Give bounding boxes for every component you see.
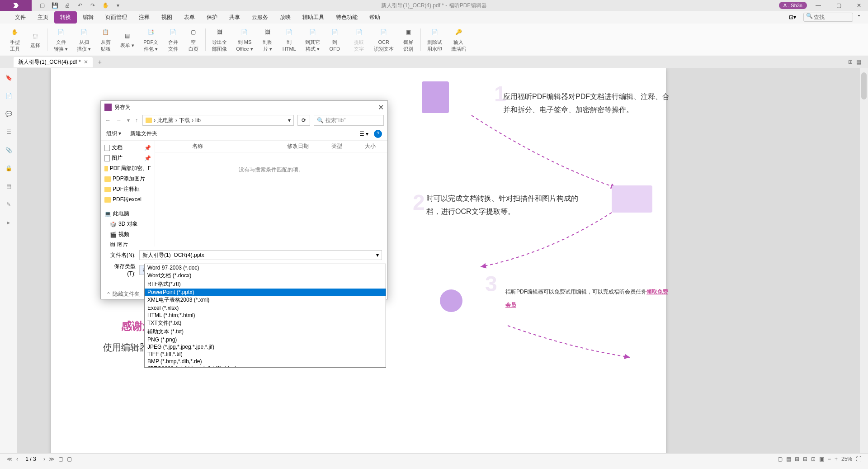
filename-input[interactable]: 新人引导(1)_OCR(4).pptx ▾	[139, 250, 382, 260]
filetype-option[interactable]: TIFF (*.tiff,*.tif)	[145, 351, 386, 358]
tree-item[interactable]: 🎬视频	[103, 229, 153, 240]
tree-item[interactable]: 图片📌	[103, 153, 153, 163]
signatures-icon[interactable]: ✎	[4, 200, 13, 209]
view-mode-6-icon[interactable]: ▣	[819, 456, 824, 462]
ribbon-select[interactable]: ⬚选择	[25, 28, 45, 50]
menu-page[interactable]: 页面管理	[99, 11, 133, 24]
tree-item[interactable]: 文档📌	[103, 142, 153, 153]
page-nav2-icon[interactable]: ▢	[67, 456, 72, 462]
view-mode-1-icon[interactable]: ▢	[778, 456, 783, 462]
user-badge[interactable]: A - Sh3n	[779, 2, 807, 9]
menu-convert[interactable]: 转换	[54, 11, 77, 24]
menu-features[interactable]: 特色功能	[330, 11, 363, 24]
save-icon[interactable]: 💾	[51, 2, 58, 9]
ribbon-form[interactable]: ▤表单 ▾	[116, 28, 139, 50]
tree-item[interactable]: PDF注释框	[103, 184, 153, 194]
redo-icon[interactable]: ↷	[89, 2, 96, 9]
layers-icon[interactable]: ☰	[4, 128, 13, 137]
ribbon-export-images[interactable]: 🖼导出全 部图像	[208, 25, 231, 54]
view-mode-icon[interactable]: ⊞	[848, 59, 853, 65]
fullscreen-icon[interactable]: ⛶	[856, 456, 861, 462]
ribbon-file-convert[interactable]: 📄文件 转换 ▾	[49, 25, 72, 54]
menu-share[interactable]: 共享	[223, 11, 246, 24]
document-tab[interactable]: 新人引导(1)_OCR(4).pdf * ✕	[14, 57, 93, 67]
ribbon-to-html[interactable]: 📄到 HTML	[278, 25, 301, 54]
ribbon-portfolio[interactable]: 📑PDF文 件包 ▾	[139, 25, 163, 54]
print-icon[interactable]: 🖨	[64, 2, 71, 9]
view-mode2-icon[interactable]: ▤	[856, 59, 861, 65]
zoom-out-icon[interactable]: −	[828, 456, 831, 462]
filetype-option-selected[interactable]: PowerPoint (*.pptx)	[145, 289, 386, 296]
page-number-input[interactable]	[22, 456, 40, 462]
minimize-button[interactable]: —	[809, 0, 827, 11]
column-type[interactable]: 类型	[331, 142, 342, 150]
menu-file[interactable]: 文件	[9, 11, 32, 24]
filetype-option[interactable]: TXT文件(*.txt)	[145, 319, 386, 327]
ribbon-to-other[interactable]: 📄到其它 格式 ▾	[301, 25, 325, 54]
comments-icon[interactable]: 💬	[4, 109, 13, 118]
back-button[interactable]: ←	[104, 116, 112, 124]
ribbon-remove-watermark[interactable]: 📄删除试 用水印	[423, 25, 447, 54]
ribbon-hand-tool[interactable]: ✋手型 工具	[5, 25, 25, 54]
menu-edit[interactable]: 编辑	[77, 11, 99, 24]
scrollbar-thumb[interactable]	[861, 72, 867, 99]
menu-cloud[interactable]: 云服务	[246, 11, 274, 24]
refresh-button[interactable]: ⟳	[297, 115, 310, 126]
filetype-option[interactable]: HTML (*.htm;*.html)	[145, 312, 386, 319]
filetype-option[interactable]: BMP (*.bmp,*.dib,*.rle)	[145, 358, 386, 365]
menu-view[interactable]: 视图	[156, 11, 178, 24]
new-tab-button[interactable]: +	[98, 58, 102, 66]
view-mode-4-icon[interactable]: ⊟	[803, 456, 807, 462]
prev-page-icon[interactable]: ‹	[16, 456, 18, 462]
tree-item-pc[interactable]: 💻此电脑	[103, 208, 153, 219]
up-button[interactable]: ↑	[134, 116, 139, 124]
first-page-icon[interactable]: ≪	[7, 456, 13, 462]
close-button[interactable]: ✕	[850, 0, 868, 11]
tree-item[interactable]: PDF局部加密、F	[103, 163, 153, 174]
dropdown-nav-icon[interactable]: ▾	[126, 116, 131, 124]
hand-icon[interactable]: ✋	[102, 2, 109, 9]
ribbon-activate[interactable]: 🔑输入 激活码	[447, 25, 471, 54]
pages-icon[interactable]: 📄	[4, 91, 13, 100]
filetype-option[interactable]: 辅助文本 (*.txt)	[145, 327, 386, 336]
column-date[interactable]: 修改日期	[287, 142, 309, 150]
ribbon-clipboard[interactable]: 📋从剪 贴板	[95, 25, 116, 54]
file-list[interactable]: 名称 修改日期 类型 大小 没有与搜索条件匹配的项。	[155, 141, 387, 246]
menu-form[interactable]: 表单	[178, 11, 201, 24]
filetype-option[interactable]: PNG (*.png)	[145, 336, 386, 343]
column-name[interactable]: 名称	[192, 142, 264, 150]
security-icon[interactable]: 🔒	[4, 164, 13, 173]
ribbon-scanner[interactable]: 📄从扫 描仪 ▾	[72, 25, 95, 54]
close-tab-icon[interactable]: ✕	[84, 59, 88, 65]
tree-item[interactable]: 🎲3D 对象	[103, 219, 153, 229]
filetype-option[interactable]: Word文档 (*.docx)	[145, 271, 386, 280]
fields-icon[interactable]: ▤	[4, 182, 13, 191]
bookmark-icon[interactable]: 🔖	[4, 73, 13, 82]
attachments-icon[interactable]: 📎	[4, 146, 13, 155]
view-options-icon[interactable]: ☰ ▾	[359, 131, 368, 137]
undo-icon[interactable]: ↶	[76, 2, 84, 9]
vertical-scrollbar[interactable]	[860, 68, 868, 453]
view-mode-5-icon[interactable]: ⊡	[811, 456, 816, 462]
tree-item[interactable]: PDF添加图片	[103, 174, 153, 184]
dialog-close-button[interactable]: ✕	[378, 103, 384, 112]
view-mode-2-icon[interactable]: ▤	[786, 456, 791, 462]
hide-folders-button[interactable]: 隐藏文件夹	[113, 290, 140, 298]
chevron-icon[interactable]: ⌃	[106, 291, 111, 298]
more-icon[interactable]: ▸	[4, 218, 13, 227]
tree-item[interactable]: PDF转excel	[103, 194, 153, 205]
lang-icon[interactable]: ⊡▾	[789, 14, 796, 20]
open-icon[interactable]: ▢	[38, 2, 46, 9]
page-nav-icon[interactable]: ▢	[58, 456, 63, 462]
menu-help[interactable]: 帮助	[363, 11, 386, 24]
next-page-icon[interactable]: ›	[43, 456, 45, 462]
filetype-option[interactable]: RTF格式(*.rtf)	[145, 280, 386, 289]
zoom-in-icon[interactable]: +	[835, 456, 838, 462]
filetype-option[interactable]: JPEG (*.jpg,*.jpeg,*.jpe,*.jif)	[145, 343, 386, 351]
tree-item[interactable]: 🖼图片	[103, 240, 153, 246]
ribbon-screenshot-ocr[interactable]: ▣截屏 识别	[398, 25, 419, 54]
ribbon-to-image[interactable]: 🖼到图 片 ▾	[258, 25, 278, 54]
ribbon-ocr[interactable]: 📄OCR 识别文本	[369, 25, 398, 54]
filetype-option[interactable]: JPEG2000 (*.jpf,*.jpx,*.jp2,*.j2k,*.jpc)	[145, 365, 386, 368]
ribbon-blank[interactable]: ▢空 白页	[183, 25, 203, 54]
